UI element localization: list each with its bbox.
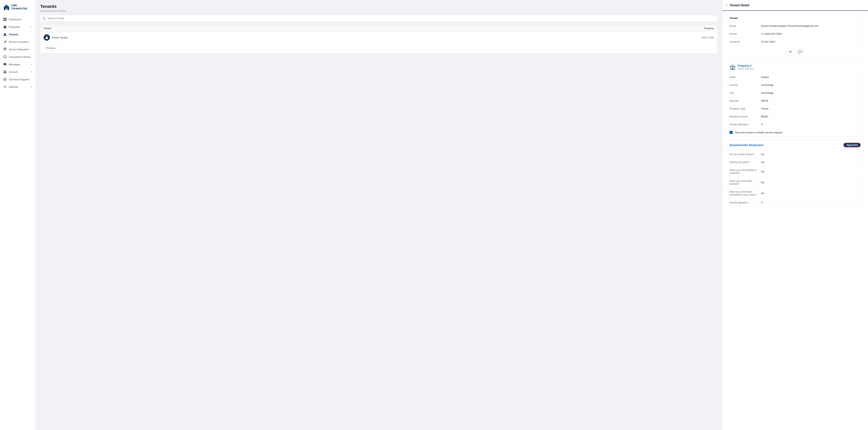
- phone-value: +1 (403) 667-5067: [761, 32, 861, 35]
- property-type-label: Property Type: [730, 107, 761, 110]
- tenant-cell: Prince Tenant: [43, 34, 690, 41]
- state-row: State Alaska: [726, 73, 864, 81]
- sidebar-item-label: Technical Support: [9, 78, 29, 81]
- svg-marker-1: [4, 4, 9, 7]
- layers-icon: [3, 48, 7, 51]
- sidebar-item-service-providers[interactable]: Service Providers: [0, 38, 35, 45]
- search-input[interactable]: [40, 15, 717, 22]
- q2-label: Having any pets?: [730, 161, 761, 163]
- chevron-down-icon: ▾: [31, 71, 32, 73]
- tenant-name: Prince Tenant: [52, 36, 67, 39]
- svg-rect-5: [5, 18, 6, 19]
- email-value: tenant.hometrumpeter+PrinceTenant1@gmail…: [761, 25, 861, 27]
- property-info: Property 2 315 E 12th Ave: [738, 64, 754, 70]
- state-label: State: [730, 75, 761, 79]
- sidebar-logo: OME TRUMPETER: [0, 0, 35, 13]
- tenant-info-section: Tenant Email tenant.hometrumpeter+Prince…: [726, 14, 864, 58]
- property-address: 315 E 12th Ave: [738, 67, 754, 70]
- approved-badge: Approved: [843, 143, 861, 147]
- q6-row: Family Members 0: [726, 199, 864, 207]
- zipcode-label: Zipcode: [730, 99, 761, 102]
- sidebar-item-transaction-history[interactable]: Transaction History: [0, 53, 35, 61]
- detail-panel-title: Tenant Detail: [730, 4, 749, 7]
- phone-row: Phone +1 (403) 667-5067: [726, 30, 864, 38]
- logo-text: OME TRUMPETER: [11, 4, 32, 10]
- main-content: Tenants Welcome back, Prince 🔍 Tenant Pr…: [35, 0, 722, 430]
- zipcode-value: 99518: [761, 99, 861, 102]
- monthly-income-label: Monthly Income: [730, 115, 761, 118]
- sidebar-item-service-requests[interactable]: Service Requests: [0, 45, 35, 53]
- grid-icon: [3, 18, 7, 21]
- tools-icon: [3, 40, 7, 43]
- sidebar-item-messages[interactable]: Messages ▾: [0, 61, 35, 68]
- joined-value: 12 Oct 2023: [761, 40, 861, 43]
- previous-button[interactable]: Previous: [43, 45, 58, 51]
- section-label: Tenant: [730, 17, 761, 20]
- tenants-table: Tenant Property Prince Tenant 315 E 12th…: [40, 25, 717, 53]
- sidebar-item-settings[interactable]: Settings ▾: [0, 83, 35, 91]
- svg-rect-13: [4, 49, 6, 49]
- state-value: Alaska: [761, 75, 861, 79]
- message-button[interactable]: 💬: [796, 48, 804, 55]
- q1-label: Do you need movers?: [730, 153, 761, 156]
- property-type-row: Property Type House: [726, 105, 864, 113]
- user-circle-icon: [3, 70, 7, 73]
- county-value: Anchorage: [761, 84, 861, 86]
- sidebar-item-account[interactable]: Account ▾: [0, 68, 35, 75]
- county-row: County Anchorage: [726, 81, 864, 89]
- logo-icon: [3, 4, 10, 11]
- phone-label: Phone: [730, 32, 761, 35]
- sidebar-item-technical-support[interactable]: Technical Support: [0, 75, 35, 83]
- svg-point-23: [46, 36, 48, 38]
- sidebar-item-label: Transaction History: [9, 56, 31, 58]
- city-label: City: [730, 91, 761, 94]
- sidebar-item-dashboard[interactable]: Dashboard: [0, 16, 35, 23]
- sidebar-item-properties[interactable]: Properties ▾: [0, 23, 35, 31]
- svg-point-22: [4, 86, 5, 87]
- table-row[interactable]: Prince Tenant 315 E 12th: [40, 32, 717, 43]
- county-label: County: [730, 84, 761, 86]
- questionnaire-header: Questionnaire Responses Approved: [726, 140, 864, 150]
- property-header: Property 2 315 E 12th Ave: [726, 61, 864, 73]
- sidebar-item-label: Service Requests: [9, 48, 29, 51]
- svg-marker-9: [3, 26, 6, 27]
- q3-row: Have you ever broken a contract? No: [726, 166, 864, 177]
- joined-label: Joined At: [730, 40, 761, 43]
- q5-answer: No: [761, 192, 861, 195]
- page-header: Tenants Welcome back, Prince: [35, 0, 722, 15]
- q1-row: Do you need movers? No: [726, 150, 864, 158]
- svg-point-21: [4, 79, 5, 80]
- sidebar-item-tenants[interactable]: Tenants: [0, 31, 35, 38]
- q4-label: Have you ever been evicted?: [730, 179, 761, 185]
- allow-service-checkbox[interactable]: ✓: [730, 131, 733, 134]
- svg-point-12: [4, 33, 5, 34]
- joined-row: Joined At 12 Oct 2023: [726, 38, 864, 46]
- sidebar-item-label: Messages: [9, 63, 20, 66]
- q6-label: Family Members: [730, 201, 761, 204]
- property-building-icon: [730, 64, 736, 70]
- family-members-row: Family Members 3: [726, 121, 864, 128]
- svg-rect-17: [4, 63, 6, 65]
- chevron-down-icon: ▾: [31, 86, 32, 88]
- svg-rect-7: [5, 20, 6, 21]
- svg-point-19: [4, 71, 5, 72]
- sidebar: OME TRUMPETER Dashboard Properties ▾ Ten…: [0, 0, 35, 430]
- monthly-income-value: $5000: [761, 115, 861, 118]
- email-button[interactable]: ✉: [787, 48, 794, 55]
- city-value: Anchorage: [761, 91, 861, 94]
- sidebar-nav: Dashboard Properties ▾ Tenants Service P…: [0, 13, 35, 430]
- svg-rect-3: [6, 8, 7, 9]
- search-bar: 🔍: [40, 15, 717, 22]
- sidebar-item-label: Dashboard: [9, 18, 21, 21]
- sidebar-item-label: Properties: [9, 26, 20, 28]
- detail-panel-header: ‹ Tenant Detail: [722, 0, 868, 11]
- building-icon: [3, 25, 7, 29]
- zipcode-row: Zipcode 99518: [726, 97, 864, 105]
- detail-panel: ‹ Tenant Detail Tenant Email tenant.home…: [722, 0, 868, 430]
- svg-rect-4: [3, 18, 5, 19]
- q5-label: Have you ever been convicted of any crim…: [730, 190, 761, 196]
- back-button[interactable]: ‹: [726, 3, 727, 7]
- table-header: Tenant Property: [40, 25, 717, 32]
- q3-answer: No: [761, 170, 861, 173]
- support-icon: [3, 78, 7, 81]
